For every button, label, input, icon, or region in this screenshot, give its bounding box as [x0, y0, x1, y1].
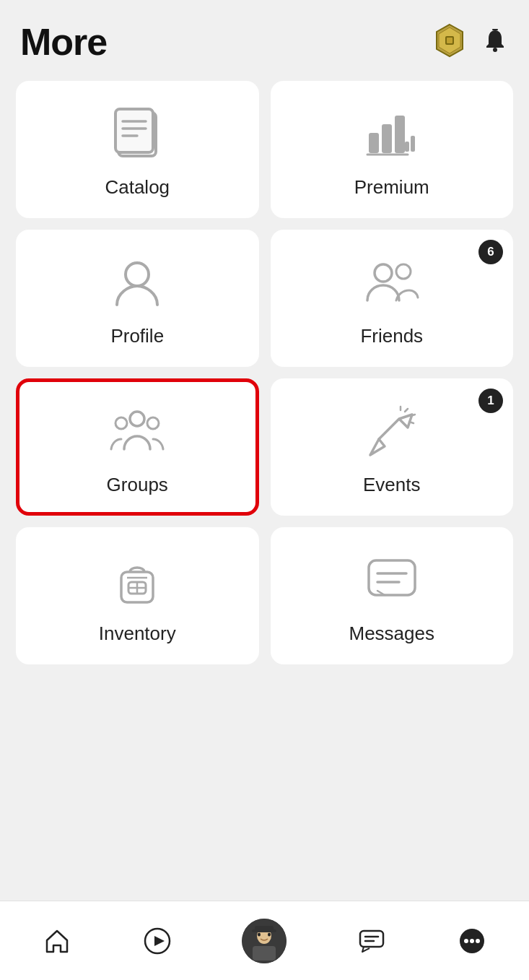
avatar-image [242, 919, 287, 963]
bottom-nav [0, 901, 529, 980]
svg-rect-18 [405, 142, 409, 152]
main-grid: Catalog Premium Profile6 Friends Groups1… [0, 81, 529, 664]
svg-rect-16 [395, 116, 405, 153]
svg-point-53 [470, 939, 474, 943]
nav-more[interactable] [445, 920, 499, 962]
events-icon [363, 403, 421, 461]
svg-rect-43 [253, 946, 276, 961]
grid-item-label-inventory: Inventory [99, 623, 176, 645]
svg-point-21 [375, 264, 392, 282]
grid-item-groups[interactable]: Groups [16, 378, 259, 516]
svg-point-24 [115, 417, 127, 429]
inventory-icon [108, 552, 166, 610]
groups-icon [108, 403, 166, 461]
svg-rect-10 [115, 109, 153, 152]
grid-item-label-profile: Profile [110, 325, 164, 347]
avatar [242, 919, 287, 963]
svg-rect-47 [252, 929, 276, 932]
svg-point-4 [493, 48, 497, 52]
grid-item-label-messages: Messages [349, 623, 435, 645]
svg-rect-15 [382, 124, 392, 153]
chat-icon [357, 926, 387, 956]
grid-item-label-friends: Friends [360, 325, 423, 347]
profile-icon [108, 254, 166, 312]
grid-item-label-catalog: Catalog [105, 176, 170, 199]
page-title: More [20, 20, 107, 64]
grid-item-label-groups: Groups [107, 474, 168, 496]
home-icon [42, 926, 72, 956]
grid-item-profile[interactable]: Profile [16, 230, 259, 367]
svg-rect-48 [360, 931, 383, 947]
nav-home[interactable] [30, 920, 84, 962]
more-dots-icon [457, 926, 487, 956]
play-icon [142, 926, 172, 956]
grid-item-events[interactable]: 1 Events [271, 378, 514, 516]
nav-avatar[interactable] [230, 913, 298, 969]
svg-point-54 [476, 939, 480, 943]
svg-point-44 [258, 932, 261, 936]
nav-play[interactable] [131, 920, 184, 962]
svg-rect-3 [447, 38, 453, 43]
grid-item-label-events: Events [363, 474, 421, 496]
svg-rect-19 [411, 136, 415, 152]
svg-rect-14 [369, 133, 379, 153]
header-icons [431, 22, 509, 62]
grid-item-messages[interactable]: Messages [271, 527, 514, 664]
grid-item-label-premium: Premium [354, 176, 429, 199]
grid-item-catalog[interactable]: Catalog [16, 81, 259, 218]
badge-events: 1 [478, 389, 503, 413]
messages-icon [363, 552, 421, 610]
svg-marker-40 [154, 936, 165, 946]
catalog-icon [108, 105, 166, 163]
svg-point-22 [396, 264, 411, 279]
svg-point-25 [147, 417, 159, 429]
nav-chat[interactable] [345, 920, 398, 962]
svg-point-20 [126, 263, 149, 286]
header: More [0, 0, 529, 75]
bell-icon[interactable] [481, 27, 509, 57]
robux-icon[interactable] [431, 22, 468, 62]
svg-point-45 [268, 932, 271, 936]
grid-item-friends[interactable]: 6 Friends [271, 230, 514, 367]
premium-icon [363, 105, 421, 163]
svg-point-23 [130, 412, 144, 426]
grid-item-premium[interactable]: Premium [271, 81, 514, 218]
badge-friends: 6 [478, 240, 503, 264]
svg-rect-35 [369, 560, 415, 595]
grid-item-inventory[interactable]: Inventory [16, 527, 259, 664]
svg-line-26 [405, 409, 408, 412]
friends-icon [363, 254, 421, 312]
svg-point-52 [464, 939, 468, 943]
